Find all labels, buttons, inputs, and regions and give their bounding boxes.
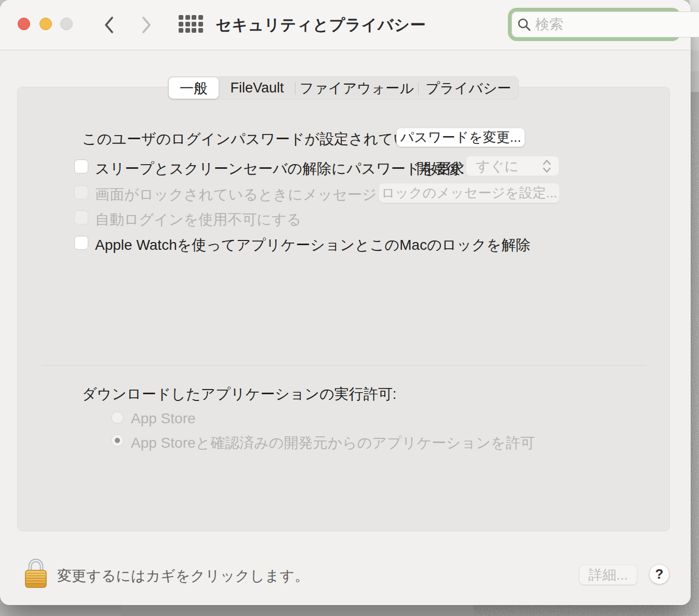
- app-store-radio: [111, 411, 124, 424]
- minimize-button[interactable]: [39, 18, 52, 30]
- delay-popup-button: すぐに: [466, 156, 559, 176]
- change-password-button[interactable]: パスワードを変更...: [396, 128, 525, 147]
- tab-firewall[interactable]: ファイアウォール: [295, 77, 418, 99]
- desktop: セキュリティとプライバシー 一般 FileVault ファイアウォール プライバ…: [0, 0, 699, 616]
- search-field-focus-ring: [508, 8, 681, 41]
- zoom-button[interactable]: [60, 18, 73, 30]
- chevron-right-icon: [141, 16, 152, 34]
- delay-popup-value: すぐに: [476, 157, 542, 176]
- search-field[interactable]: [512, 11, 699, 37]
- show-all-preferences-button[interactable]: [179, 15, 203, 35]
- popup-chevrons-icon: [542, 159, 552, 173]
- tab-privacy[interactable]: プライバシー: [419, 77, 518, 99]
- section-divider: [42, 365, 647, 366]
- titlebar: セキュリティとプライバシー: [0, 0, 691, 50]
- lock-instruction-text: 変更するにはカギをクリックします。: [57, 566, 309, 586]
- tab-general[interactable]: 一般: [169, 77, 219, 99]
- lock-icon: [24, 557, 48, 589]
- close-button[interactable]: [18, 18, 30, 30]
- require-password-checkbox[interactable]: [74, 159, 88, 173]
- desktop-bottom-strip: [0, 604, 121, 616]
- general-tab-panel: [17, 87, 670, 531]
- security-privacy-window: セキュリティとプライバシー 一般 FileVault ファイアウォール プライバ…: [0, 0, 691, 605]
- app-store-radio-label: App Store: [131, 410, 196, 427]
- show-lock-message-checkbox: [74, 185, 88, 199]
- password-status-text: このユーザのログインパスワードが設定されています: [82, 129, 438, 149]
- apple-watch-unlock-label: Apple Watchを使ってアプリケーションとこのMacのロックを解除: [95, 235, 530, 255]
- disable-auto-login-label: 自動ログインを使用不可にする: [95, 210, 301, 230]
- lock-button[interactable]: [24, 557, 48, 589]
- allow-apps-label: ダウンロードしたアプリケーションの実行許可:: [82, 384, 397, 404]
- window-title: セキュリティとプライバシー: [216, 0, 426, 50]
- search-input[interactable]: [531, 17, 699, 33]
- set-lock-message-button: ロックのメッセージを設定...: [379, 183, 560, 203]
- advanced-button: 詳細...: [579, 565, 637, 585]
- identified-developers-radio-label: App Storeと確認済みの開発元からのアプリケーションを許可: [131, 433, 535, 453]
- tab-filevault[interactable]: FileVault: [219, 77, 295, 99]
- apple-watch-unlock-checkbox[interactable]: [74, 236, 88, 250]
- after-label: 開始後:: [416, 159, 464, 179]
- identified-developers-radio: [111, 434, 124, 447]
- search-icon: [517, 18, 531, 32]
- help-button[interactable]: ?: [649, 564, 669, 584]
- show-lock-message-label: 画面がロックされているときにメッセージを表示: [95, 185, 421, 205]
- forward-button: [140, 15, 153, 35]
- radio-selected-dot: [115, 438, 120, 443]
- require-password-label: スリープとスクリーンセーバの解除にパスワードを要求: [95, 159, 464, 179]
- chevron-left-icon: [103, 16, 115, 34]
- tab-bar: 一般 FileVault ファイアウォール プライバシー: [168, 76, 519, 100]
- disable-auto-login-checkbox: [74, 210, 88, 224]
- back-button[interactable]: [103, 15, 115, 35]
- desktop-bottom-strip: [121, 604, 474, 616]
